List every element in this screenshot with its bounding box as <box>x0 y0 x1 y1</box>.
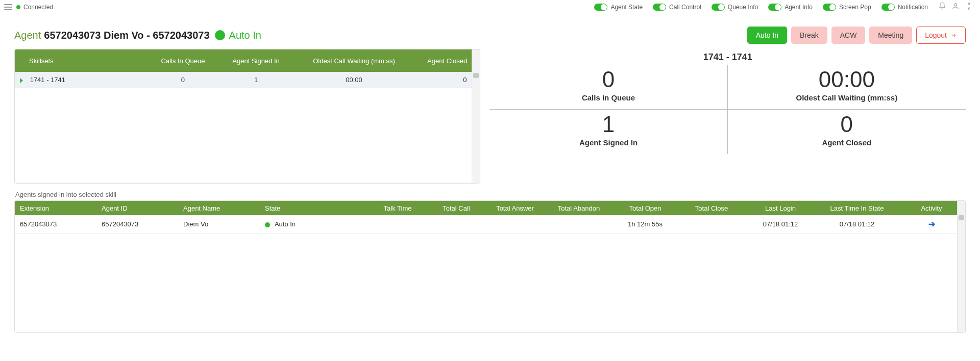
topbar: Connected Agent State Call Control Queue… <box>0 0 980 14</box>
cell-activity[interactable]: ➔ <box>898 215 965 234</box>
col-total-answer[interactable]: Total Answer <box>484 201 546 215</box>
page-body: Agent 6572043073 Diem Vo - 6572043073 Au… <box>0 14 980 333</box>
agent-row[interactable]: 6572043073 6572043073 Diem Vo Auto In 1h… <box>15 215 965 234</box>
metrics-title: 1741 - 1741 <box>489 49 966 65</box>
skillset-table: Skillsets Calls In Queue Agent Signed In… <box>14 49 480 184</box>
connection-status-dot <box>16 5 20 9</box>
toggle-agent-info[interactable]: Agent Info <box>768 4 813 11</box>
arrow-right-icon <box>951 32 957 38</box>
toggle-notification[interactable]: Notification <box>881 4 928 11</box>
col-total-open[interactable]: Total Open <box>612 201 678 215</box>
metric-label: Oldest Call Waiting (mm:ss) <box>728 93 966 102</box>
menu-icon[interactable] <box>4 4 12 10</box>
main-row: Skillsets Calls In Queue Agent Signed In… <box>14 49 966 184</box>
col-oldest-call[interactable]: Oldest Call Waiting (mm:ss) <box>293 49 414 72</box>
user-icon[interactable] <box>951 2 960 12</box>
switch-icon[interactable] <box>881 4 895 11</box>
metric-label: Agent Closed <box>728 138 966 147</box>
toggle-queue-info[interactable]: Queue Info <box>712 4 758 11</box>
agents-header-row: Extension Agent ID Agent Name State Talk… <box>15 201 965 215</box>
cell-state: Auto In <box>260 215 367 234</box>
cell-last-state: 07/18 01:12 <box>816 215 898 234</box>
metric-oldest-call: 00:00 Oldest Call Waiting (mm:ss) <box>728 65 966 110</box>
skill-scrollbar[interactable] <box>472 49 480 183</box>
auto-in-button[interactable]: Auto In <box>747 27 787 44</box>
cell-agent-name: Diem Vo <box>178 215 260 234</box>
cell-total-close <box>678 215 745 234</box>
col-calls-in-queue[interactable]: Calls In Queue <box>148 49 218 72</box>
state-text: Auto In <box>275 220 296 228</box>
connection-status-text: Connected <box>23 4 53 11</box>
agents-table: Extension Agent ID Agent Name State Talk… <box>14 200 966 333</box>
metric-value: 0 <box>728 113 966 136</box>
skill-agent-closed: 0 <box>414 72 480 88</box>
caret-right-icon[interactable] <box>20 78 23 83</box>
agents-caption: Agents signed in into selected skill <box>15 191 966 198</box>
agent-status-dot <box>215 30 225 40</box>
svg-point-0 <box>954 4 957 6</box>
cell-total-answer <box>484 215 546 234</box>
agent-name: 6572043073 Diem Vo - 6572043073 <box>44 30 209 41</box>
agent-status-text: Auto In <box>229 30 261 41</box>
skill-name: 1741 - 1741 <box>30 76 65 84</box>
col-agent-closed[interactable]: Agent Closed <box>414 49 480 72</box>
toggle-agent-state[interactable]: Agent State <box>594 4 643 11</box>
col-agent-id[interactable]: Agent ID <box>96 201 178 215</box>
metric-agent-closed: 0 Agent Closed <box>728 110 966 154</box>
logout-button[interactable]: Logout <box>916 27 966 44</box>
break-button[interactable]: Break <box>791 27 827 44</box>
switch-icon[interactable] <box>823 4 836 11</box>
metric-agent-signed-in: 1 Agent Signed In <box>489 110 727 154</box>
col-total-abandon[interactable]: Total Abandon <box>546 201 612 215</box>
switch-icon[interactable] <box>712 4 725 11</box>
skill-calls-in-queue: 0 <box>148 72 218 88</box>
bell-icon[interactable] <box>938 2 946 12</box>
collapse-icon[interactable] <box>965 2 973 12</box>
acw-button[interactable]: ACW <box>831 27 866 44</box>
cell-total-open: 1h 12m 55s <box>612 215 678 234</box>
toggle-label: Agent State <box>610 4 643 11</box>
col-agent-signed-in[interactable]: Agent Signed In <box>218 49 293 72</box>
toggle-label: Screen Pop <box>839 4 871 11</box>
metric-value: 1 <box>489 113 727 136</box>
col-last-state[interactable]: Last Time In State <box>816 201 898 215</box>
col-extension[interactable]: Extension <box>15 201 96 215</box>
skill-oldest-call: 00:00 <box>293 72 414 88</box>
metric-label: Agent Signed In <box>489 138 727 147</box>
toggle-label: Notification <box>898 4 928 11</box>
skill-row[interactable]: 1741 - 1741 0 1 00:00 0 <box>15 72 480 88</box>
logout-label: Logout <box>925 31 947 39</box>
switch-icon[interactable] <box>653 4 666 11</box>
activity-arrow-icon[interactable]: ➔ <box>928 219 935 229</box>
metric-value: 00:00 <box>728 68 966 91</box>
cell-agent-id: 6572043073 <box>96 215 178 234</box>
metric-value: 0 <box>489 68 727 91</box>
metric-calls-in-queue: 0 Calls In Queue <box>489 65 727 110</box>
meeting-button[interactable]: Meeting <box>869 27 912 44</box>
col-activity[interactable]: Activity <box>898 201 965 215</box>
metrics-panel: 1741 - 1741 0 Calls In Queue 00:00 Oldes… <box>489 49 966 184</box>
agents-scrollbar[interactable] <box>957 201 965 332</box>
toggle-call-control[interactable]: Call Control <box>653 4 701 11</box>
col-total-call[interactable]: Total Call <box>428 201 484 215</box>
col-last-login[interactable]: Last Login <box>745 201 816 215</box>
toggle-label: Agent Info <box>785 4 813 11</box>
cell-total-call <box>428 215 484 234</box>
cell-last-login: 07/18 01:12 <box>745 215 816 234</box>
agent-header: Agent 6572043073 Diem Vo - 6572043073 Au… <box>14 19 966 49</box>
col-agent-name[interactable]: Agent Name <box>178 201 260 215</box>
skill-agent-signed-in: 1 <box>218 72 293 88</box>
toggle-label: Call Control <box>669 4 701 11</box>
col-skillsets[interactable]: Skillsets <box>15 49 148 72</box>
skill-header-row: Skillsets Calls In Queue Agent Signed In… <box>15 49 480 72</box>
toggle-label: Queue Info <box>728 4 758 11</box>
switch-icon[interactable] <box>594 4 607 11</box>
col-state[interactable]: State <box>260 201 367 215</box>
agent-label: Agent <box>14 30 41 41</box>
cell-extension: 6572043073 <box>15 215 96 234</box>
state-dot-icon <box>265 222 270 227</box>
col-talk-time[interactable]: Talk Time <box>367 201 428 215</box>
col-total-close[interactable]: Total Close <box>678 201 745 215</box>
toggle-screen-pop[interactable]: Screen Pop <box>823 4 871 11</box>
switch-icon[interactable] <box>768 4 781 11</box>
